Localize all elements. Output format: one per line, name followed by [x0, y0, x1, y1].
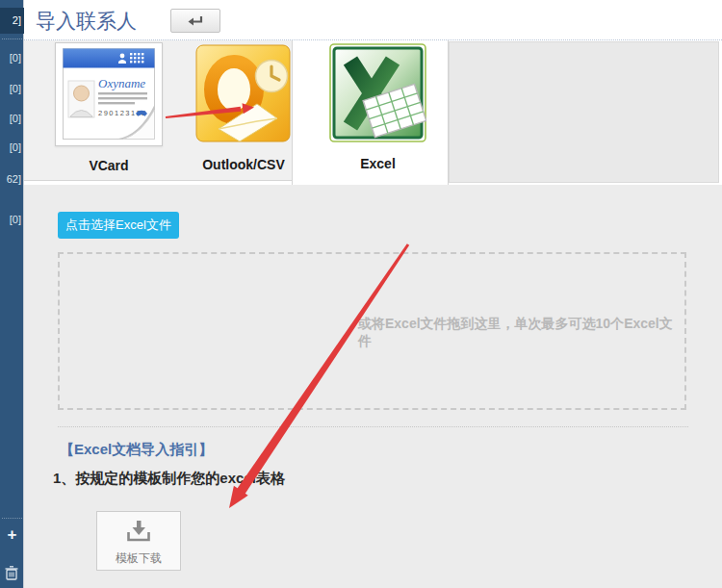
vcard-icon: Oxyname 290123122 — [55, 42, 163, 146]
tab-excel[interactable]: Excel — [329, 43, 426, 171]
tab-label: Outlook/CSV — [195, 157, 292, 172]
vcard-brand-text: Oxyname — [98, 76, 145, 90]
sidebar-item[interactable]: 2] — [0, 8, 24, 34]
sidebar-item[interactable]: [0] — [0, 107, 24, 130]
sidebar-divider — [2, 38, 22, 39]
page-header: 导入联系人 — [24, 0, 722, 40]
tab-label: VCard — [55, 158, 163, 173]
dropzone-hint: 或将Excel文件拖到这里，单次最多可选10个Excel文件 — [358, 316, 684, 350]
select-excel-file-button[interactable]: 点击选择Excel文件 — [58, 212, 179, 239]
sidebar: 2] [0] [0] [0] [0] 62] [0] + — [0, 0, 24, 588]
excel-import-panel: 点击选择Excel文件 或将Excel文件拖到这里，单次最多可选10个Excel… — [24, 185, 722, 588]
section-divider — [58, 426, 688, 427]
tabstrip-filler-panel — [449, 41, 719, 183]
excel-icon — [329, 43, 426, 147]
download-icon — [126, 528, 151, 545]
outlook-icon — [195, 44, 292, 148]
sidebar-divider — [2, 518, 22, 519]
import-source-tabs: Oxyname 290123122 VCard — [24, 40, 722, 185]
page-title: 导入联系人 — [36, 8, 137, 35]
guide-step-1: 1、按规定的模板制作您的excel表格 — [53, 470, 285, 488]
file-dropzone[interactable]: 或将Excel文件拖到这里，单次最多可选10个Excel文件 — [58, 252, 686, 410]
tab-vcard[interactable]: Oxyname 290123122 VCard — [55, 42, 163, 173]
undo-arrow-icon — [188, 13, 204, 30]
sidebar-item[interactable]: [0] — [0, 46, 24, 69]
tab-label: Excel — [329, 156, 426, 171]
add-icon[interactable]: + — [0, 525, 24, 545]
tab-outlook-csv[interactable]: Outlook/CSV — [195, 44, 292, 172]
template-download-button[interactable]: 模板下载 — [96, 511, 181, 571]
sidebar-item[interactable]: [0] — [0, 208, 24, 231]
guide-title: 【Excel文档导入指引】 — [60, 441, 213, 459]
trash-icon[interactable] — [5, 566, 18, 584]
template-download-label: 模板下载 — [97, 550, 180, 567]
back-button[interactable] — [170, 9, 220, 33]
sidebar-item[interactable]: [0] — [0, 136, 24, 159]
sidebar-item[interactable]: 62] — [0, 167, 24, 191]
sidebar-item[interactable]: [0] — [0, 77, 24, 100]
